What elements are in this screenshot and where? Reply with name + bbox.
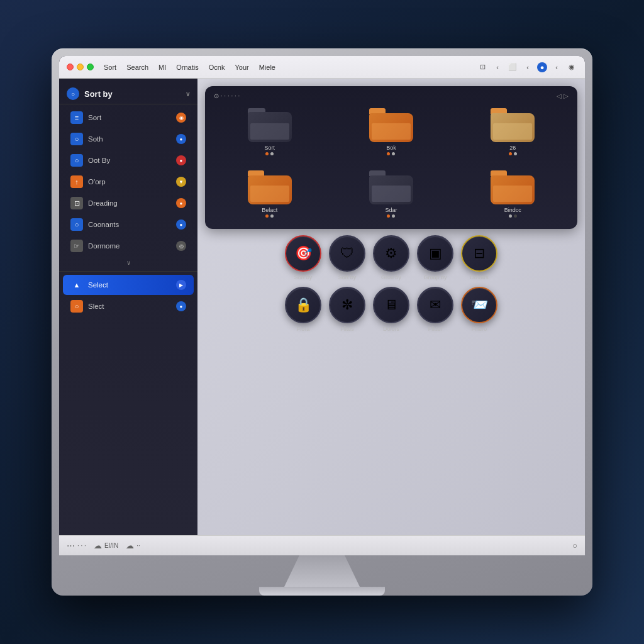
action-flora[interactable]: 🔒 Flora (285, 287, 321, 332)
folder-dots-26 (509, 152, 517, 155)
action-section: 🎯 Sort by 🛡 Sort by (205, 235, 577, 332)
section-title: ⊙ · · · · · · (214, 92, 240, 99)
menu-miele[interactable]: Miele (259, 64, 275, 71)
folder-label-26: 26 (509, 145, 516, 151)
open-envelope-icon: 📨 (471, 297, 488, 313)
dot (270, 152, 274, 155)
network-icon: ⋯ (67, 541, 75, 550)
sort-by-1-circle[interactable]: 🎯 (285, 235, 321, 272)
dolors-circle[interactable]: 🖥 (373, 287, 409, 323)
folder-label-belact: Belact (262, 207, 277, 213)
flora-circle[interactable]: 🔒 (285, 287, 321, 323)
status-search[interactable]: ○ (572, 541, 577, 550)
action-filiero-label: Filiero (472, 326, 487, 332)
menu-ornatis[interactable]: Ornatis (176, 64, 198, 71)
menu-sort[interactable]: Sort (104, 64, 116, 71)
folder-dots-sdar (387, 214, 395, 218)
folder-dots-belact (265, 214, 274, 218)
sidebar-item-oorp[interactable]: ↑ O'orp ▼ (63, 172, 194, 192)
sidebar-item-coonants-label: Coonants (88, 221, 119, 228)
sort-icon: ≡ (70, 111, 83, 124)
folder-item-sdar[interactable]: Sdar (333, 165, 449, 223)
sidebar-item-dreading[interactable]: ⊡ Dreading ● (63, 193, 194, 213)
action-group-by-2[interactable]: ▣ Group by (417, 235, 453, 280)
menu-search[interactable]: Search (126, 64, 148, 71)
folder-item-bindcc[interactable]: Bindcc (455, 165, 571, 223)
toolbar-icon-accent[interactable]: ● (537, 62, 547, 72)
menu-mi[interactable]: MI (158, 64, 166, 71)
flitter-circle[interactable]: ✉ (417, 287, 453, 323)
action-group-by-2-label: Group by (423, 274, 447, 280)
search-icon[interactable]: ○ (572, 541, 577, 550)
action-do-vars[interactable]: ⊟ DoVars (461, 235, 497, 280)
section-nav[interactable]: ◁ ▷ (557, 92, 569, 99)
sidebar: ○ Sort by ∨ ≡ Sort ◉ ○ Soth ● (59, 79, 197, 535)
sidebar-header-icon: ○ (67, 87, 79, 100)
sidebar-item-oot-label: Oot By (88, 157, 110, 164)
dot (514, 214, 517, 218)
folder-item-bok[interactable]: Bok (333, 103, 449, 160)
sidebar-item-slect[interactable]: ○ Slect ● (63, 296, 194, 316)
gear-icon: ⚙ (385, 245, 397, 262)
folder-item-sort[interactable]: Sort (211, 103, 328, 160)
folder-label-sort: Sort (264, 145, 275, 151)
filiero-circle[interactable]: 📨 (461, 287, 497, 323)
action-group-by-1[interactable]: ⚙ Grou by (373, 235, 409, 280)
cloud-icon-1: ☁ (94, 541, 102, 550)
sidebar-item-coonants[interactable]: ○ Coonants ● (63, 214, 194, 235)
toolbar-icon-6[interactable]: ◉ (566, 62, 577, 73)
do-vars-circle[interactable]: ⊟ (461, 235, 497, 272)
action-filiero[interactable]: 📨 Filiero (461, 287, 497, 332)
toolbar-icon-1[interactable]: ⊡ (477, 62, 488, 73)
action-flites[interactable]: ✼ Flites (329, 287, 365, 332)
dormome-badge: ◎ (176, 241, 186, 251)
coonants-badge: ● (176, 219, 186, 230)
asterisk-icon: ✼ (341, 297, 353, 313)
action-flitter[interactable]: ✉ Flitter (417, 287, 453, 332)
group-by-2-circle[interactable]: ▣ (417, 235, 453, 272)
dot (392, 152, 395, 155)
sidebar-item-sort[interactable]: ≡ Sort ◉ (63, 108, 194, 128)
soth-badge: ● (176, 134, 186, 144)
oorp-badge: ▼ (176, 177, 186, 187)
folder-dots-bindcc (509, 214, 517, 218)
close-button[interactable] (67, 64, 74, 70)
dot (265, 214, 269, 218)
shield-icon: 🛡 (340, 245, 354, 262)
action-dolors[interactable]: 🖥 Dolors (373, 287, 409, 332)
toolbar-icon-5[interactable]: ‹ (551, 62, 562, 73)
dot (387, 152, 390, 155)
sidebar-expand-arrow[interactable]: ∨ (59, 257, 197, 269)
oot-by-icon: ○ (70, 154, 83, 167)
folder-section: ⊙ · · · · · · ◁ ▷ (205, 86, 577, 229)
toolbar-icon-4[interactable]: ‹ (522, 62, 533, 73)
folder-item-belact[interactable]: Belact (211, 165, 328, 223)
sidebar-item-soth-label: Soth (88, 135, 103, 143)
sidebar-item-oot-by[interactable]: ○ Oot By ● (63, 150, 194, 170)
action-flitter-label: Flitter (428, 326, 443, 332)
sidebar-item-dormome[interactable]: ☞ Dormome ◎ (63, 236, 194, 256)
action-sort-by-2[interactable]: 🛡 Sort by (329, 235, 365, 280)
menu-ocnk[interactable]: Ocnk (209, 64, 225, 71)
menu-your[interactable]: Your (235, 64, 248, 71)
folder-grid: Sort (211, 103, 571, 223)
folder-section-header: ⊙ · · · · · · ◁ ▷ (211, 92, 571, 99)
app-content: ○ Sort by ∨ ≡ Sort ◉ ○ Soth ● (59, 79, 585, 535)
toolbar-icon-2[interactable]: ‹ (492, 62, 503, 73)
flites-circle[interactable]: ✼ (329, 287, 365, 323)
action-sort-by-1[interactable]: 🎯 Sort by (285, 235, 321, 280)
folder-icon-26 (491, 108, 535, 142)
oorp-icon: ↑ (70, 175, 83, 188)
select-icon: ▲ (70, 279, 83, 291)
group-by-1-circle[interactable]: ⚙ (373, 235, 409, 272)
toolbar-icon-3[interactable]: ⬜ (507, 62, 518, 73)
main-panel: ⊙ · · · · · · ◁ ▷ (197, 79, 585, 535)
dreading-badge: ● (176, 198, 186, 208)
sort-by-2-circle[interactable]: 🛡 (329, 235, 365, 272)
slect-icon: ○ (70, 300, 83, 313)
sidebar-item-select[interactable]: ▲ Select ▶ (63, 275, 194, 295)
sidebar-item-soth[interactable]: ○ Soth ● (63, 129, 194, 149)
minimize-button[interactable] (77, 64, 84, 70)
maximize-button[interactable] (87, 64, 94, 70)
folder-item-26[interactable]: 26 (455, 103, 571, 160)
